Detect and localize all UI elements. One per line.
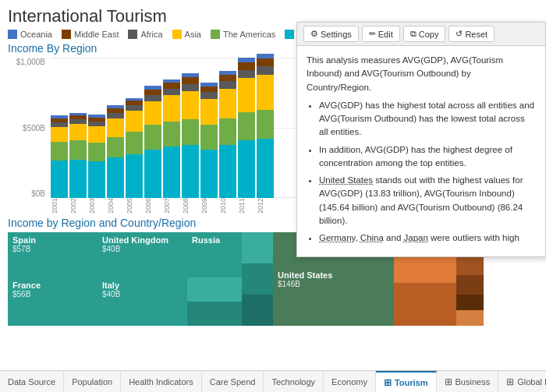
treemap-cell-e2[interactable] [456,256,484,275]
bar-group-2010[interactable] [219,71,236,198]
bar-segment-asia [126,111,143,131]
tab-label: Global Indica... [517,377,546,387]
tab-global-indica[interactable]: ⊞Global Indica... [498,371,546,392]
bar-group-2003[interactable] [88,115,105,198]
france-label: France [12,281,93,290]
bar-segment-europe [144,150,161,198]
japan-link[interactable]: Japan [403,233,427,242]
bar-segment-asia [163,95,180,122]
bar-segment-americas [163,122,180,147]
treemap-cell-china2[interactable] [394,283,456,326]
france-value: $56B [12,290,93,298]
y-axis: $1,000B$500B$0B [8,58,48,198]
bar-segment-middleeast [257,58,274,66]
uk-value: $40B [102,245,183,253]
treemap-col-2: United Kingdom $40B Italy $40B [98,232,187,326]
y-axis-label: $1,000B [8,58,45,66]
popup-bullet-2: In addition, AVG(GDP) has the highest de… [319,143,536,171]
bar-segment-africa [144,95,161,101]
tab-data-source[interactable]: Data Source [0,371,64,392]
x-label-2010: 2010 [219,200,236,214]
bar-segment-europe [238,140,255,198]
bar-segment-asia [238,78,255,111]
bar-group-2011[interactable] [238,58,255,198]
bar-segment-europe [163,147,180,198]
treemap-cell-france[interactable]: France $56B [8,277,98,326]
tab-health-indicators[interactable]: Health Indicators [121,371,202,392]
bar-group-2004[interactable] [107,105,124,198]
treemap-cell-e3[interactable] [456,275,484,295]
bar-group-2001[interactable] [51,115,68,198]
bar-segment-middleeast [238,62,255,70]
treemap-cell-e5[interactable] [456,310,484,326]
united-states-link[interactable]: United States [319,175,373,185]
tab-care-spend[interactable]: Care Spend [202,371,264,392]
treemap-cell-s1[interactable] [242,232,273,263]
bar-segment-americas [238,112,255,140]
x-label-2001: 2001 [51,200,68,214]
x-label-2007: 2007 [163,200,180,214]
tab-tourism[interactable]: ⊞Tourism [376,371,437,392]
tab-technology[interactable]: Technology [264,371,324,392]
bar-segment-middleeast [200,87,218,92]
tab-label: Business [456,377,491,387]
edit-button[interactable]: ✏ Edit [362,26,400,42]
bar-segment-middleeast [219,75,236,81]
tab-label: Care Spend [210,377,256,387]
bar-segment-europe [219,145,236,198]
reset-button[interactable]: ↺ Reset [448,26,495,42]
popup-bullet-4: Germany, China and Japan were outliers w… [319,231,536,245]
germany-link[interactable]: Germany [319,233,355,242]
treemap-cell-italy[interactable]: Italy $40B [98,277,187,326]
settings-icon: ⚙ [310,29,318,39]
us-label: United States [278,270,389,280]
popup-bullets: AVG(GDP) has the highest total across al… [307,99,536,245]
bar-group-2008[interactable] [182,73,199,198]
treemap-cell-small2[interactable] [187,302,242,326]
china-link[interactable]: China [360,233,384,242]
bar-group-2002[interactable] [69,113,87,198]
treemap-col-4 [242,232,273,326]
copy-button[interactable]: ⧉ Copy [403,26,446,42]
treemap-cell-russia[interactable]: Russia [187,232,242,277]
bar-segment-middleeast [144,90,161,95]
bar-segment-africa [200,92,218,98]
treemap-cell-uk[interactable]: United Kingdom $40B [98,232,187,277]
bar-group-2007[interactable] [163,79,180,198]
bar-segment-americas [51,142,68,161]
treemap-col-1: Spain $57B France $56B [8,232,98,326]
bar-segment-americas [144,125,161,149]
treemap-cell-e4[interactable] [456,295,484,310]
bar-group-2012[interactable] [257,54,274,198]
italy-value: $40B [102,290,183,298]
edit-icon: ✏ [369,29,376,39]
bar-group-2009[interactable] [200,83,218,198]
tab-label: Technology [271,377,315,387]
treemap-cell-spain[interactable]: Spain $57B [8,232,98,277]
bar-group-2005[interactable] [126,98,143,198]
bar-segment-middleeast [182,77,199,83]
x-label-2012: 2012 [257,200,274,214]
treemap-cell-s2[interactable] [242,263,273,295]
analysis-popup: ⚙ Settings ✏ Edit ⧉ Copy ↺ Reset This an… [296,22,546,257]
legend-item-oceania: Oceania [8,30,52,39]
us-value: $146B [278,280,389,288]
settings-button[interactable]: ⚙ Settings [303,26,359,42]
treemap-cell-small1[interactable] [187,277,242,302]
legend-item-middle-east: Middle East [62,30,119,39]
tab-business[interactable]: ⊞Business [437,371,499,392]
x-label-2008: 2008 [182,200,199,214]
italy-label: Italy [102,281,183,290]
treemap-cell-s3[interactable] [242,295,273,326]
tab-population[interactable]: Population [64,371,121,392]
reset-icon: ↺ [456,29,463,39]
tab-economy[interactable]: Economy [324,371,376,392]
tab-label: Data Source [8,377,55,387]
tab-label: Economy [332,377,367,387]
x-label-2003: 2003 [88,200,105,214]
bar-segment-americas [219,118,236,145]
popup-bullet-3: United States stands out with the highes… [319,174,536,228]
bar-group-2006[interactable] [144,86,161,198]
bar-segment-middleeast [163,83,180,88]
popup-bullet-4-and: and [384,233,404,242]
